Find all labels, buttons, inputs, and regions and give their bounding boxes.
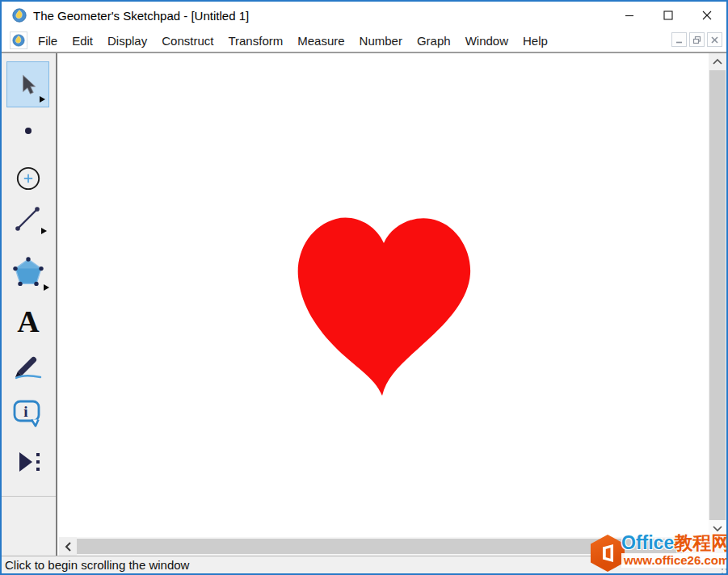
selection-arrow-icon (18, 73, 39, 96)
point-tool[interactable] (15, 118, 41, 144)
submenu-arrow-icon (40, 96, 45, 103)
close-button[interactable] (688, 2, 726, 29)
menu-item-graph[interactable]: Graph (410, 31, 458, 51)
close-icon (702, 10, 712, 20)
minimize-button[interactable] (610, 2, 649, 29)
window-controls (610, 2, 726, 29)
menu-item-display[interactable]: Display (100, 31, 154, 51)
mdi-window-controls (671, 32, 722, 47)
polygon-icon (11, 255, 46, 291)
mdi-restore-button[interactable] (689, 32, 705, 47)
mdi-restore-icon (692, 36, 701, 44)
selection-arrow-tool[interactable] (6, 61, 49, 107)
submenu-arrow-icon (44, 284, 49, 291)
menu-item-edit[interactable]: Edit (65, 31, 100, 51)
minimize-icon (625, 10, 634, 20)
chevron-left-icon (65, 541, 72, 552)
status-message: Click to begin scrolling the window (5, 558, 189, 572)
point-icon (23, 126, 33, 136)
sketch-canvas[interactable] (59, 53, 709, 537)
heart-path[interactable] (298, 218, 470, 396)
menu-item-window[interactable]: Window (458, 31, 515, 51)
document-logo-icon (12, 34, 25, 47)
toolbox-divider (2, 496, 56, 497)
straightedge-tool[interactable] (12, 204, 44, 236)
heart-shape[interactable] (297, 217, 471, 397)
document-icon-button[interactable] (10, 31, 27, 49)
scroll-left-button[interactable] (59, 537, 77, 556)
menu-item-number[interactable]: Number (352, 31, 410, 51)
watermark-text: Office教程网 www.office26.com (621, 533, 726, 568)
maximize-button[interactable] (649, 2, 688, 29)
vertical-scrollbar[interactable] (709, 53, 726, 537)
circle-icon (15, 165, 41, 192)
watermark-brand: Office教程网 (621, 533, 726, 553)
chevron-up-icon (712, 58, 723, 65)
menu-item-transform[interactable]: Transform (221, 31, 290, 51)
information-icon: i (12, 398, 44, 430)
watermark: Office教程网 www.office26.com (589, 533, 726, 573)
menu-item-file[interactable]: File (31, 31, 65, 51)
menu-items: File Edit Display Construct Transform Me… (31, 31, 555, 51)
menu-item-help[interactable]: Help (515, 31, 555, 51)
information-tool[interactable]: i (12, 398, 44, 430)
menu-bar: File Edit Display Construct Transform Me… (2, 29, 726, 52)
mdi-close-button[interactable] (707, 32, 722, 47)
text-tool[interactable]: A (13, 304, 44, 339)
menu-item-construct[interactable]: Construct (154, 31, 221, 51)
mdi-minimize-icon (675, 36, 684, 44)
polygon-tool[interactable] (11, 255, 46, 291)
text-tool-icon: A (17, 306, 39, 337)
maximize-icon (663, 10, 673, 20)
svg-text:i: i (23, 403, 27, 420)
scroll-up-button[interactable] (709, 53, 726, 70)
marker-icon (12, 350, 44, 383)
app-window: The Geometer's Sketchpad - [Untitled 1] … (0, 0, 728, 575)
mdi-close-icon (710, 36, 719, 44)
watermark-dots (722, 569, 723, 570)
menu-item-measure[interactable]: Measure (290, 31, 351, 51)
chevron-down-icon (712, 525, 723, 532)
vertical-scrollbar-thumb[interactable] (709, 70, 726, 520)
compass-tool[interactable] (15, 166, 41, 191)
app-logo-icon (12, 8, 27, 23)
title-bar[interactable]: The Geometer's Sketchpad - [Untitled 1] (2, 2, 726, 29)
office-logo-icon (591, 535, 625, 572)
mdi-minimize-button[interactable] (671, 32, 687, 47)
custom-tool[interactable] (15, 449, 42, 475)
marker-tool[interactable] (12, 350, 44, 383)
watermark-url: www.office26.com (621, 553, 728, 568)
custom-tool-icon (15, 449, 42, 475)
window-title: The Geometer's Sketchpad - [Untitled 1] (33, 9, 249, 23)
segment-icon (12, 204, 44, 236)
toolbox: A i (2, 53, 57, 556)
submenu-arrow-icon (41, 228, 47, 234)
office-logo-glyph (599, 544, 616, 563)
